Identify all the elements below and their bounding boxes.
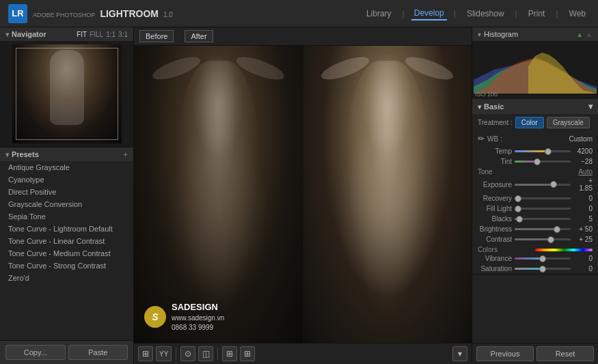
nav-fit-btn[interactable]: FIT (77, 31, 87, 38)
tint-slider[interactable] (515, 160, 571, 163)
preset-sepia-tone[interactable]: Sepia Tone (0, 210, 133, 223)
fill-light-value: 0 (573, 205, 593, 212)
toolbar-dropdown[interactable]: ▾ (452, 346, 467, 361)
watermark: S SADESIGN www.sadesign.vn 0868 33 9999 (144, 301, 224, 333)
grayscale-btn[interactable]: Grayscale (547, 117, 590, 128)
saturation-value: 0 (573, 265, 593, 272)
brightness-label: Brightness (478, 225, 512, 233)
eyedropper-btn[interactable]: ✏ (478, 134, 485, 143)
navigator-thumb (0, 41, 133, 147)
before-label[interactable]: Before (139, 30, 174, 42)
temp-slider-row: Temp 4200 (472, 146, 598, 156)
temp-value: 4200 (573, 148, 593, 155)
contrast-value: + 25 (573, 236, 593, 243)
recovery-slider-row: Recovery 0 (472, 193, 598, 204)
histogram-label: Histogram (484, 30, 518, 38)
nav-1to1-btn[interactable]: 1:1 (106, 31, 115, 38)
presets-label: Presets (12, 150, 39, 158)
histogram-header[interactable]: ▾ Histogram ▲ ▲ (472, 27, 598, 41)
navigator-header[interactable]: ▾ Navigator FIT FILL 1:1 3:1 (0, 27, 133, 41)
nav-print[interactable]: Print (524, 8, 549, 20)
loupe-btn[interactable]: ⊙ (180, 346, 195, 361)
compare-btn[interactable]: YY (156, 346, 172, 361)
preset-grayscale-conversion[interactable]: Grayscale Conversion (0, 198, 133, 210)
saturation-slider-row: Saturation 0 (472, 264, 598, 274)
vibrance-slider[interactable] (515, 257, 571, 260)
fill-light-label: Fill Light (478, 205, 512, 212)
watermark-brand: SADESIGN (172, 301, 224, 313)
temp-slider[interactable] (515, 150, 571, 152)
histogram-collapse-arrow: ▾ (478, 31, 481, 38)
preset-tone-curve-medium[interactable]: Tone Curve - Medium Contrast (0, 247, 133, 260)
wb-value: Custom (569, 135, 593, 143)
blacks-value: 5 (573, 215, 593, 223)
tone-header: Tone Auto (472, 167, 598, 176)
after-label[interactable]: After (185, 30, 213, 42)
hist-warning-icon[interactable]: ▲ (576, 31, 583, 38)
preset-tone-curve-linear[interactable]: Tone Curve - Linear Contrast (0, 235, 133, 247)
nav-web[interactable]: Web (565, 8, 590, 20)
presets-add-icon[interactable]: + (124, 150, 128, 158)
nav-sep-1: | (398, 8, 409, 20)
preset-antique-grayscale[interactable]: Antique Grayscale (0, 161, 133, 173)
preset-tone-curve-default[interactable]: Tone Curve - Lightroom Default (0, 223, 133, 235)
preset-direct-positive[interactable]: Direct Positive (0, 186, 133, 198)
nav-fit-buttons: FIT FILL 1:1 3:1 (77, 31, 128, 38)
nav-slideshow[interactable]: Slideshow (463, 8, 508, 20)
preset-tone-curve-strong[interactable]: Tone Curve - Strong Contrast (0, 260, 133, 272)
app-title-lr: LIGHTROOM (100, 8, 159, 19)
previous-button[interactable]: Previous (476, 346, 534, 361)
presets-list: Antique Grayscale Cyanotype Direct Posit… (0, 161, 133, 340)
recovery-slider[interactable] (515, 197, 571, 199)
color-btn[interactable]: Color (515, 117, 544, 128)
brightness-value: + 50 (573, 225, 593, 233)
hist-clipping-icon[interactable]: ▲ (586, 31, 593, 38)
blacks-label: Blacks (478, 215, 512, 223)
fill-light-slider[interactable] (515, 208, 571, 210)
nav-sep-4: | (552, 8, 562, 20)
paste-button[interactable]: Paste (68, 345, 128, 360)
center-panel: Before After (134, 27, 472, 364)
reset-button[interactable]: Reset (536, 346, 594, 361)
histogram-header-left: ▾ Histogram (478, 30, 518, 38)
saturation-slider[interactable] (515, 268, 571, 270)
presets-panel: ▾ Presets + Antique Grayscale Cyanotype … (0, 148, 133, 340)
rotate-right-btn[interactable]: ⊞ (240, 346, 255, 361)
vibrance-value: 0 (573, 255, 593, 262)
nav-3to1-btn[interactable]: 3:1 (118, 31, 128, 38)
nav-develop[interactable]: Develop (411, 7, 447, 20)
brightness-slider[interactable] (515, 228, 571, 230)
rotate-left-btn[interactable]: ⊞ (222, 346, 237, 361)
contrast-slider-row: Contrast + 25 (472, 234, 598, 244)
preset-zerod[interactable]: Zero'd (0, 272, 133, 284)
basic-section-header[interactable]: ▾ Basic ▾ (472, 99, 598, 114)
copy-button[interactable]: Copy... (5, 345, 66, 360)
nav-fill-btn[interactable]: FILL (90, 31, 103, 38)
logo-area: LR ADOBE PHOTOSHOP LIGHTROOM 1.0 (8, 4, 173, 23)
exposure-slider-row: Exposure + 1.85 (472, 176, 598, 193)
wb-row: ✏ WB : Custom (472, 131, 598, 146)
exposure-label: Exposure (478, 181, 512, 188)
histogram-header-icons: ▲ ▲ (576, 31, 593, 38)
basic-menu-icon[interactable]: ▾ (588, 102, 593, 111)
blacks-slider[interactable] (515, 218, 571, 220)
saturation-label: Saturation (478, 265, 512, 272)
blacks-slider-row: Blacks 5 (472, 214, 598, 224)
brightness-slider-row: Brightness + 50 (472, 224, 598, 234)
presets-header[interactable]: ▾ Presets + (0, 148, 133, 161)
grid-view-btn[interactable]: ⊞ (138, 346, 153, 361)
before-image: S SADESIGN www.sadesign.vn 0868 33 9999 (134, 46, 303, 343)
auto-btn[interactable]: Auto (578, 168, 593, 176)
navigator-panel: ▾ Navigator FIT FILL 1:1 3:1 (0, 27, 133, 148)
presets-collapse-arrow: ▾ (5, 151, 9, 158)
nav-library[interactable]: Library (362, 8, 396, 20)
exposure-slider[interactable] (515, 184, 571, 186)
top-bar: LR ADOBE PHOTOSHOP LIGHTROOM 1.0 Library… (0, 0, 598, 27)
contrast-slider[interactable] (515, 238, 571, 240)
main-layout: ▾ Navigator FIT FILL 1:1 3:1 (0, 27, 598, 364)
crop-btn[interactable]: ◫ (198, 346, 213, 361)
preset-cyanotype[interactable]: Cyanotype (0, 173, 133, 186)
left-panel: ▾ Navigator FIT FILL 1:1 3:1 (0, 27, 134, 364)
contrast-label: Contrast (478, 236, 512, 243)
exposure-value: + 1.85 (573, 177, 593, 192)
